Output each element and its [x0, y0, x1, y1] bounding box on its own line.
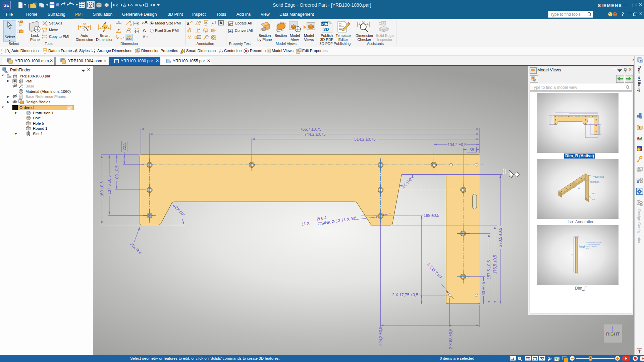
svg-text:A: A	[383, 22, 385, 25]
svg-text:22,5: 22,5	[122, 142, 127, 150]
svg-text:S45/84: S45/84	[580, 245, 585, 247]
svg-text:A: A	[229, 22, 231, 25]
svg-text:M5008+ 4: M5008+ 4	[586, 248, 591, 250]
svg-text:x: x	[22, 86, 23, 88]
svg-text:IM 25+0'RGG4SE SPCGMBE: IM 25+0'RGG4SE SPCGMBE	[586, 242, 602, 244]
svg-text:a: a	[187, 21, 190, 26]
svg-text:137,5 ±0,5: 137,5 ±0,5	[107, 175, 112, 194]
svg-text:A: A	[44, 49, 46, 52]
svg-text:60 ±0,5: 60 ±0,5	[481, 282, 486, 295]
svg-text:±: ±	[199, 28, 200, 31]
svg-text:M07: M07	[592, 193, 595, 194]
svg-text:BE16 A1 S/WP EGE5: BE16 A1 S/WP EGE5	[586, 246, 597, 248]
svg-text:38: 38	[470, 147, 474, 152]
svg-text:7: 7	[190, 29, 191, 33]
svg-text:11 X: 11 X	[301, 221, 310, 227]
svg-text:3D: 3D	[323, 27, 329, 32]
svg-text:M20S79MM3: M20S79MM3	[590, 181, 599, 183]
svg-text:A: A	[229, 29, 231, 33]
svg-text:744,2 ±0,75: 744,2 ±0,75	[304, 132, 326, 137]
svg-text:2X 102°: 2X 102°	[400, 176, 414, 189]
svg-text:766,7 ±0,75: 766,7 ±0,75	[300, 127, 322, 132]
svg-text:(M): (M)	[571, 253, 573, 256]
svg-text:4 X Ø 7 H7: 4 X Ø 7 H7	[426, 262, 443, 280]
svg-text:2X 60°: 2X 60°	[174, 205, 186, 217]
svg-text:PDF: PDF	[321, 22, 328, 26]
svg-text:12X R 4: 12X R 4	[129, 241, 143, 255]
svg-text:A: A	[220, 21, 222, 25]
svg-text:514,2 ±0,75: 514,2 ±0,75	[354, 137, 376, 142]
svg-text:2 X 17,75 ±0,5: 2 X 17,75 ±0,5	[392, 293, 418, 297]
svg-text:M09: M09	[592, 199, 595, 200]
svg-text:?: ?	[638, 126, 640, 129]
svg-text:SL247.9MM2: SL247.9MM2	[595, 176, 604, 178]
svg-text:198 ±0,5: 198 ±0,5	[424, 213, 439, 218]
svg-text:175,5 ±0,5: 175,5 ±0,5	[493, 255, 497, 274]
svg-text:224,2 ±0,5: 224,2 ±0,5	[378, 326, 383, 346]
svg-text:157,5 ±0,5: 157,5 ±0,5	[487, 260, 491, 279]
svg-text:A1: A1	[205, 31, 207, 33]
svg-text:80 ±0,5: 80 ±0,5	[115, 165, 119, 179]
svg-text:2 X 68 ±0,5: 2 X 68 ±0,5	[448, 328, 453, 349]
svg-text:104,2 ±0,5: 104,2 ±0,5	[447, 142, 467, 147]
svg-text:2 3: 2 3	[526, 358, 530, 360]
svg-text:L1: L1	[578, 187, 580, 189]
svg-text:160 ±0,5: 160 ±0,5	[100, 181, 104, 197]
svg-text:A1 OM30S86E WT 46MM: A1 OM30S86E WT 46MM	[586, 244, 599, 246]
svg-text:y: y	[22, 83, 23, 85]
svg-text:A: A	[205, 21, 207, 24]
svg-text:290,5 ±0,5: 290,5 ±0,5	[498, 228, 503, 247]
